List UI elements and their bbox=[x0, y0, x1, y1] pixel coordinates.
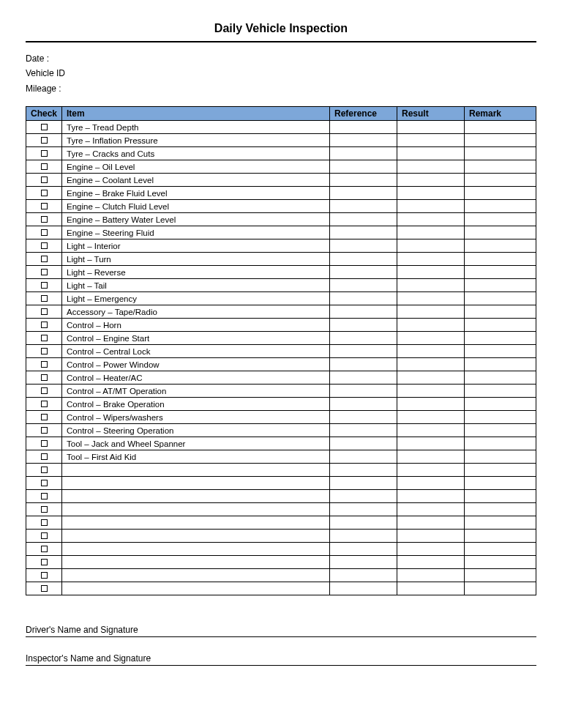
result-cell[interactable] bbox=[397, 332, 465, 345]
check-cell[interactable] bbox=[26, 556, 62, 569]
result-cell[interactable] bbox=[397, 556, 465, 569]
reference-cell[interactable] bbox=[330, 385, 397, 398]
check-cell[interactable] bbox=[26, 582, 62, 595]
result-cell[interactable] bbox=[397, 279, 465, 292]
remark-cell[interactable] bbox=[465, 424, 536, 437]
check-cell[interactable] bbox=[26, 147, 62, 160]
remark-cell[interactable] bbox=[465, 371, 536, 385]
result-cell[interactable] bbox=[397, 147, 465, 160]
checkbox-icon[interactable] bbox=[41, 190, 48, 196]
result-cell[interactable] bbox=[397, 253, 465, 266]
reference-cell[interactable] bbox=[330, 319, 397, 332]
checkbox-icon[interactable] bbox=[41, 585, 48, 592]
check-cell[interactable] bbox=[26, 358, 62, 371]
check-cell[interactable] bbox=[26, 398, 62, 411]
reference-cell[interactable] bbox=[330, 305, 397, 319]
checkbox-icon[interactable] bbox=[41, 546, 48, 552]
remark-cell[interactable] bbox=[465, 319, 536, 332]
check-cell[interactable] bbox=[26, 503, 62, 516]
remark-cell[interactable] bbox=[465, 398, 536, 411]
check-cell[interactable] bbox=[26, 437, 62, 450]
check-cell[interactable] bbox=[26, 174, 62, 187]
check-cell[interactable] bbox=[26, 385, 62, 398]
checkbox-icon[interactable] bbox=[41, 137, 48, 144]
result-cell[interactable] bbox=[397, 371, 465, 385]
check-cell[interactable] bbox=[26, 424, 62, 437]
reference-cell[interactable] bbox=[330, 490, 397, 503]
remark-cell[interactable] bbox=[465, 332, 536, 345]
result-cell[interactable] bbox=[397, 239, 465, 253]
reference-cell[interactable] bbox=[330, 279, 397, 292]
result-cell[interactable] bbox=[397, 305, 465, 319]
checkbox-icon[interactable] bbox=[41, 124, 48, 130]
reference-cell[interactable] bbox=[330, 239, 397, 253]
checkbox-icon[interactable] bbox=[41, 467, 48, 473]
checkbox-icon[interactable] bbox=[41, 177, 48, 183]
remark-cell[interactable] bbox=[465, 292, 536, 305]
remark-cell[interactable] bbox=[465, 516, 536, 530]
remark-cell[interactable] bbox=[465, 147, 536, 160]
remark-cell[interactable] bbox=[465, 582, 536, 595]
remark-cell[interactable] bbox=[465, 358, 536, 371]
reference-cell[interactable] bbox=[330, 358, 397, 371]
checkbox-icon[interactable] bbox=[41, 532, 48, 539]
check-cell[interactable] bbox=[26, 569, 62, 582]
result-cell[interactable] bbox=[397, 213, 465, 226]
reference-cell[interactable] bbox=[330, 200, 397, 213]
remark-cell[interactable] bbox=[465, 530, 536, 543]
reference-cell[interactable] bbox=[330, 253, 397, 266]
reference-cell[interactable] bbox=[330, 292, 397, 305]
reference-cell[interactable] bbox=[330, 424, 397, 437]
checkbox-icon[interactable] bbox=[41, 348, 48, 354]
result-cell[interactable] bbox=[397, 134, 465, 147]
remark-cell[interactable] bbox=[465, 490, 536, 503]
reference-cell[interactable] bbox=[330, 569, 397, 582]
reference-cell[interactable] bbox=[330, 147, 397, 160]
checkbox-icon[interactable] bbox=[41, 216, 48, 223]
check-cell[interactable] bbox=[26, 266, 62, 279]
remark-cell[interactable] bbox=[465, 411, 536, 424]
reference-cell[interactable] bbox=[330, 160, 397, 174]
check-cell[interactable] bbox=[26, 319, 62, 332]
reference-cell[interactable] bbox=[330, 450, 397, 464]
checkbox-icon[interactable] bbox=[41, 493, 48, 499]
result-cell[interactable] bbox=[397, 226, 465, 239]
check-cell[interactable] bbox=[26, 187, 62, 200]
result-cell[interactable] bbox=[397, 411, 465, 424]
remark-cell[interactable] bbox=[465, 226, 536, 239]
checkbox-icon[interactable] bbox=[41, 387, 48, 394]
remark-cell[interactable] bbox=[465, 174, 536, 187]
result-cell[interactable] bbox=[397, 187, 465, 200]
checkbox-icon[interactable] bbox=[41, 414, 48, 420]
reference-cell[interactable] bbox=[330, 582, 397, 595]
reference-cell[interactable] bbox=[330, 503, 397, 516]
reference-cell[interactable] bbox=[330, 121, 397, 134]
result-cell[interactable] bbox=[397, 569, 465, 582]
check-cell[interactable] bbox=[26, 530, 62, 543]
reference-cell[interactable] bbox=[330, 213, 397, 226]
reference-cell[interactable] bbox=[330, 226, 397, 239]
remark-cell[interactable] bbox=[465, 450, 536, 464]
check-cell[interactable] bbox=[26, 292, 62, 305]
result-cell[interactable] bbox=[397, 450, 465, 464]
result-cell[interactable] bbox=[397, 424, 465, 437]
check-cell[interactable] bbox=[26, 490, 62, 503]
reference-cell[interactable] bbox=[330, 543, 397, 556]
reference-cell[interactable] bbox=[330, 174, 397, 187]
checkbox-icon[interactable] bbox=[41, 269, 48, 275]
remark-cell[interactable] bbox=[465, 503, 536, 516]
checkbox-icon[interactable] bbox=[41, 335, 48, 341]
remark-cell[interactable] bbox=[465, 477, 536, 490]
reference-cell[interactable] bbox=[330, 266, 397, 279]
checkbox-icon[interactable] bbox=[41, 401, 48, 407]
reference-cell[interactable] bbox=[330, 411, 397, 424]
checkbox-icon[interactable] bbox=[41, 427, 48, 434]
remark-cell[interactable] bbox=[465, 266, 536, 279]
result-cell[interactable] bbox=[397, 490, 465, 503]
checkbox-icon[interactable] bbox=[41, 163, 48, 170]
checkbox-icon[interactable] bbox=[41, 572, 48, 579]
checkbox-icon[interactable] bbox=[41, 361, 48, 368]
remark-cell[interactable] bbox=[465, 556, 536, 569]
remark-cell[interactable] bbox=[465, 160, 536, 174]
remark-cell[interactable] bbox=[465, 253, 536, 266]
